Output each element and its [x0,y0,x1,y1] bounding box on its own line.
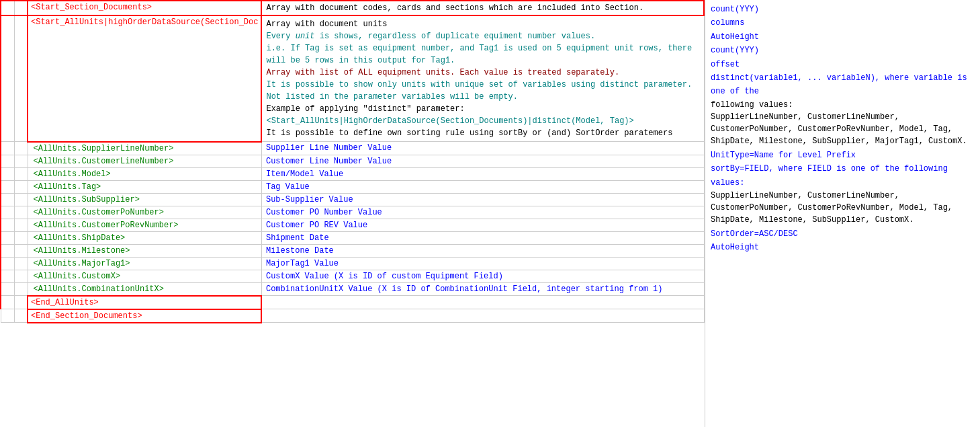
r11c1 [1,244,14,257]
r6c4: Tag Value [261,180,704,193]
r12c1 [1,257,14,270]
r5c4: Item/Model Value [261,167,704,180]
table-row-end-section: <End_Section_Documents> [1,309,704,323]
r3c2 [14,142,28,155]
r3c1 [1,142,14,155]
r10c3: <AllUnits.ShipDate> [28,231,261,244]
main-table: <Start_Section_Documents> Array with doc… [0,0,705,323]
left-panel: <Start_Section_Documents> Array with doc… [0,0,705,427]
table-row: <AllUnits.CustomX> CustomX Value (X is I… [1,270,704,282]
right-panel: count(YYY) columns AutoHeight count(YYY)… [705,0,980,427]
right-item-8: SupplierLineNumber, CustomerLineNumber, [711,111,975,123]
r5c2 [14,167,28,180]
r14c3: <AllUnits.CombinationUnitX> [28,282,261,296]
r4c2 [14,155,28,167]
table-row: <AllUnits.CombinationUnitX> CombinationU… [1,282,704,296]
r9c4: Customer PO REV Value [261,219,704,231]
allunits-line8: It is possible to define own sorting rul… [266,127,699,139]
allunits-col1 [1,15,14,142]
r9c1 [1,219,14,231]
col3-cell-start-section: <Start_Section_Documents> [28,1,261,15]
right-item-16: SortOrder=ASC/DESC [711,227,975,241]
table-row-allunits: <Start_AllUnits|highOrderDataSource(Sect… [1,15,704,142]
allunits-line6: Example of applying "distinct" parameter… [266,103,699,115]
table-row: <AllUnits.SubSupplier> Sub-Supplier Valu… [1,193,704,206]
r11c2 [14,244,28,257]
table-row: <AllUnits.Milestone> Milestone Date [1,244,704,257]
right-item-10: ShipDate, Milestone, SubSupplier, MajorT… [711,135,975,147]
table-row: <AllUnits.ShipDate> Shipment Date [1,231,704,244]
right-item-2: columns [711,16,975,30]
allunits-line5: It is possible to show only units with u… [266,79,699,103]
r16c1 [1,309,14,323]
r13c2 [14,270,28,282]
col1-cell [1,1,14,15]
r9c2 [14,219,28,231]
r14c1 [1,282,14,296]
r14c2 [14,282,28,296]
right-item-11: UnitType=Name for Level Prefix [711,149,975,162]
r3c3: <AllUnits.SupplierLineNumber> [28,142,261,155]
r12c4: MajorTag1 Value [261,257,704,270]
right-item-13: SupplierLineNumber, CustomerLineNumber, [711,190,975,202]
r7c4: Sub-Supplier Value [261,193,704,206]
r13c3: <AllUnits.CustomX> [28,270,261,282]
r11c4: Milestone Date [261,244,704,257]
allunits-col4: Array with document units Every unit is … [261,15,704,142]
r8c3: <AllUnits.CustomerPoNumber> [28,206,261,219]
right-item-4: count(YYY) [711,44,975,57]
r10c4: Shipment Date [261,231,704,244]
r13c4: CustomX Value (X is ID of custom Equipme… [261,270,704,282]
right-item-15: ShipDate, Milestone, SubSupplier, Custom… [711,214,975,226]
r3c4: Supplier Line Number Value [261,142,704,155]
r15c3: <End_AllUnits> [28,296,261,309]
r10c1 [1,231,14,244]
r16c2 [14,309,28,323]
r6c1 [1,180,14,193]
table-row: <AllUnits.SupplierLineNumber> Supplier L… [1,142,704,155]
right-item-6: distinct(variable1, ... variableN), wher… [711,71,975,99]
r15c4 [261,296,704,309]
col2-cell [14,1,28,15]
table-row: <AllUnits.CustomerPoNumber> Customer PO … [1,206,704,219]
r5c3: <AllUnits.Model> [28,167,261,180]
r4c1 [1,155,14,167]
r8c1 [1,206,14,219]
allunits-col3: <Start_AllUnits|highOrderDataSource(Sect… [28,15,261,142]
r4c3: <AllUnits.CustomerLineNumber> [28,155,261,167]
allunits-col2 [14,15,28,142]
r9c3: <AllUnits.CustomerPoRevNumber> [28,219,261,231]
r15c2 [14,296,28,309]
table-row: <AllUnits.CustomerPoRevNumber> Customer … [1,219,704,231]
allunits-line3: i.e. If Tag is set as equipment number, … [266,42,699,67]
r6c2 [14,180,28,193]
table-row: <AllUnits.CustomerLineNumber> Customer L… [1,155,704,167]
right-item-17: AutoHeight [711,241,975,254]
r12c2 [14,257,28,270]
table-row: <Start_Section_Documents> Array with doc… [1,1,704,15]
r16c3: <End_Section_Documents> [28,309,261,323]
r15c1 [1,296,14,309]
r16c4 [261,309,704,323]
right-item-7: following values: [711,99,975,111]
page-container: <Start_Section_Documents> Array with doc… [0,0,980,427]
allunits-line4: Array with list of ALL equipment units. … [266,67,699,79]
r5c1 [1,167,14,180]
right-item-14: CustomerPoNumber, CustomerPoRevNumber, M… [711,202,975,214]
r8c2 [14,206,28,219]
right-item-12: sortBy=FIELD, where FIELD is one of the … [711,162,975,190]
table-row: <AllUnits.Model> Item/Model Value [1,167,704,180]
r11c3: <AllUnits.Milestone> [28,244,261,257]
r7c3: <AllUnits.SubSupplier> [28,193,261,206]
r13c1 [1,270,14,282]
start-section-tag: <Start_Section_Documents> [31,3,152,12]
r8c4: Customer PO Number Value [261,206,704,219]
right-item-1: count(YYY) [711,3,975,16]
table-row: <AllUnits.Tag> Tag Value [1,180,704,193]
right-item-3: AutoHeight [711,30,975,44]
allunits-line1: Array with document units [266,18,699,30]
allunits-line7: <Start_AllUnits|HighOrderDataSource(Sect… [266,115,699,127]
r14c4: CombinationUnitX Value (X is ID of Combi… [261,282,704,296]
right-item-5: offset [711,58,975,71]
allunits-line2: Every unit is shows, regardless of dupli… [266,30,699,42]
